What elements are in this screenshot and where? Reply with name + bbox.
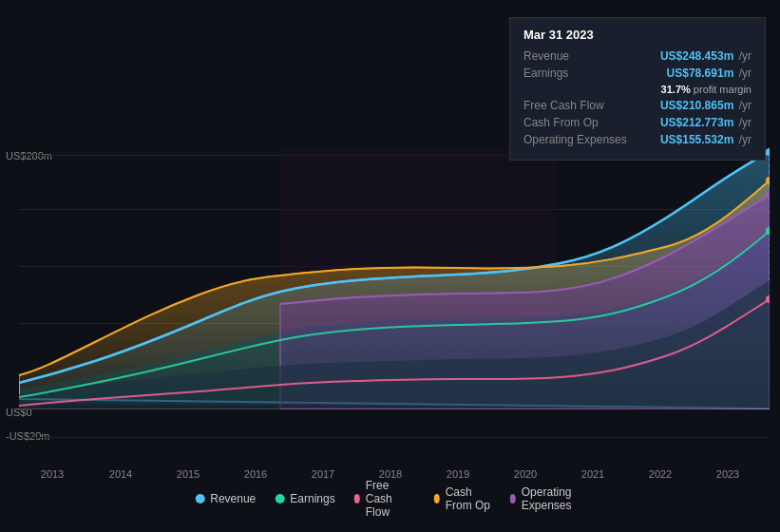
legend-revenue[interactable]: Revenue bbox=[195, 492, 256, 505]
legend-label-cashfromop: Cash From Op bbox=[446, 485, 491, 512]
x-label-2014: 2014 bbox=[109, 468, 132, 480]
legend-opex[interactable]: Operating Expenses bbox=[510, 485, 585, 512]
x-label-2023: 2023 bbox=[716, 468, 739, 480]
tooltip-row-fcf: Free Cash Flow US$210.865m /yr bbox=[523, 99, 751, 112]
legend-earnings[interactable]: Earnings bbox=[275, 492, 334, 505]
x-label-2013: 2013 bbox=[41, 468, 64, 480]
tooltip-value-opex: US$155.532m /yr bbox=[660, 133, 751, 146]
legend-dot-cashfromop bbox=[434, 494, 440, 504]
tooltip-label-earnings: Earnings bbox=[523, 66, 628, 80]
tooltip-date: Mar 31 2023 bbox=[523, 28, 751, 42]
chart-container: Mar 31 2023 Revenue US$248.453m /yr Earn… bbox=[0, 0, 780, 532]
tooltip-row-earnings: Earnings US$78.691m /yr bbox=[523, 66, 751, 80]
legend-cashfromop[interactable]: Cash From Op bbox=[434, 485, 491, 512]
tooltip-row-opex: Operating Expenses US$155.532m /yr bbox=[523, 133, 751, 146]
chart-svg bbox=[19, 147, 770, 446]
legend-dot-earnings bbox=[275, 494, 284, 504]
legend-dot-opex bbox=[510, 494, 516, 504]
tooltip-label-fcf: Free Cash Flow bbox=[523, 99, 628, 112]
tooltip-row-margin: 31.7% profit margin bbox=[523, 84, 751, 95]
legend-label-fcf: Free Cash Flow bbox=[366, 479, 415, 519]
chart-legend: Revenue Earnings Free Cash Flow Cash Fro… bbox=[195, 479, 585, 519]
tooltip-row-cashfromop: Cash From Op US$212.773m /yr bbox=[523, 116, 751, 129]
tooltip-value-revenue: US$248.453m /yr bbox=[660, 49, 751, 63]
tooltip-value-fcf: US$210.865m /yr bbox=[660, 99, 751, 112]
tooltip-profit-margin: 31.7% profit margin bbox=[661, 84, 751, 95]
legend-label-earnings: Earnings bbox=[290, 492, 334, 505]
tooltip-label-opex: Operating Expenses bbox=[523, 133, 628, 146]
tooltip-label-cashfromop: Cash From Op bbox=[523, 116, 628, 129]
tooltip-label-revenue: Revenue bbox=[523, 49, 628, 63]
x-label-2022: 2022 bbox=[649, 468, 672, 480]
legend-label-revenue: Revenue bbox=[210, 492, 256, 505]
tooltip-panel: Mar 31 2023 Revenue US$248.453m /yr Earn… bbox=[509, 17, 766, 161]
legend-dot-revenue bbox=[195, 494, 204, 504]
tooltip-value-earnings: US$78.691m /yr bbox=[667, 66, 751, 80]
legend-dot-fcf bbox=[354, 494, 360, 504]
tooltip-value-cashfromop: US$212.773m /yr bbox=[660, 116, 751, 129]
tooltip-row-revenue: Revenue US$248.453m /yr bbox=[523, 49, 751, 63]
legend-fcf[interactable]: Free Cash Flow bbox=[354, 479, 415, 519]
legend-label-opex: Operating Expenses bbox=[522, 485, 585, 512]
